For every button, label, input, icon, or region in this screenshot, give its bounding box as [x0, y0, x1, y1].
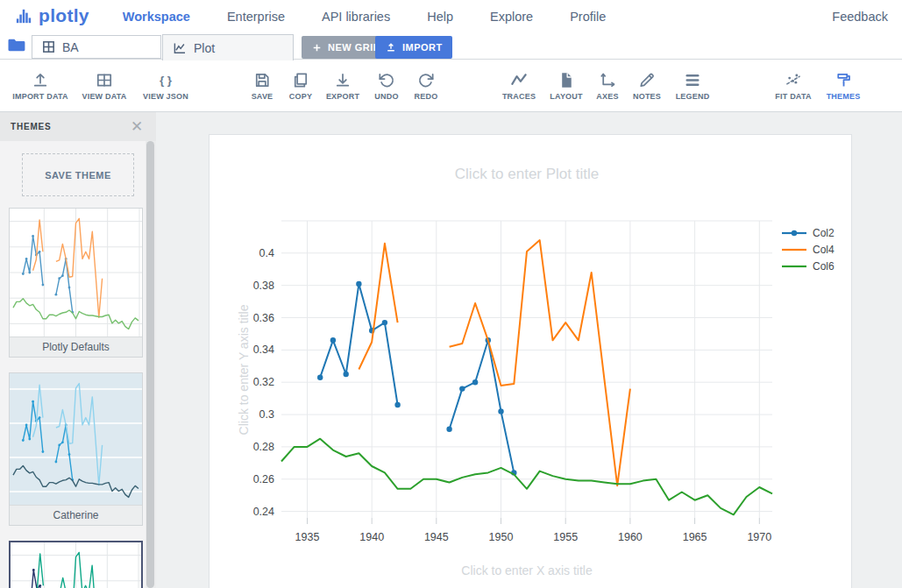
y-tick-label: 0.26 — [253, 473, 274, 485]
series-marker — [459, 386, 465, 391]
fit-data-icon — [783, 70, 804, 90]
legend: Col2Col4Col6 — [781, 224, 835, 274]
x-tick-label: 1970 — [747, 531, 771, 543]
y-tick-label: 0.28 — [253, 441, 274, 453]
toolbar-view-json-button[interactable]: { }VIEW JSON — [135, 70, 196, 101]
series-marker — [317, 375, 323, 380]
legend-item-Col4[interactable]: Col4 — [781, 241, 835, 258]
nav-item-workspace[interactable]: Workspace — [123, 10, 190, 24]
x-tick-label: 1935 — [295, 531, 320, 543]
theme-thumbnail-chart — [10, 373, 142, 505]
redo-icon — [415, 70, 437, 90]
save-theme-button[interactable]: SAVE THEME — [22, 153, 134, 196]
main-nav: WorkspaceEnterpriseAPI librariesHelpExpl… — [123, 10, 606, 24]
series-marker — [344, 372, 349, 377]
nav-item-feedback[interactable]: Feedback — [832, 10, 888, 24]
toolbar-axes-label: AXES — [596, 92, 618, 101]
series-marker — [446, 427, 451, 432]
toolbar-themes-button[interactable]: THEMES — [819, 70, 868, 101]
plotly-logo-text: plotly — [39, 5, 89, 26]
toolbar-export-button[interactable]: EXPORT — [319, 70, 366, 101]
x-axis-title-placeholder[interactable]: Click to enter X axis title — [281, 563, 772, 577]
import-button[interactable]: IMPORT — [375, 36, 452, 59]
plotly-logo-icon — [14, 6, 34, 26]
toolbar-redo-button[interactable]: REDO — [407, 70, 445, 101]
toolbar-legend-button[interactable]: LEGEND — [668, 70, 717, 101]
y-tick-label: 0.24 — [253, 506, 274, 518]
chart-card: Click to enter Plot title 19351940194519… — [209, 134, 852, 588]
toolbar-view-data-button[interactable]: VIEW DATA — [74, 70, 135, 101]
view-json-icon: { } — [155, 70, 176, 90]
toolbar-layout-label: LAYOUT — [550, 92, 582, 101]
themes-scrollbar[interactable] — [146, 141, 156, 588]
upload-icon — [385, 41, 397, 53]
toolbar-import-data-label: IMPORT DATA — [12, 92, 67, 101]
view-data-icon — [94, 70, 115, 90]
close-icon[interactable]: ✕ — [131, 119, 144, 134]
toolbar-traces-button[interactable]: TRACES — [494, 70, 543, 101]
theme-card-catherine[interactable]: Catherine — [9, 372, 143, 526]
toolbar-layout-button[interactable]: LAYOUT — [543, 70, 589, 101]
toolbar-notes-label: NOTES — [633, 92, 661, 101]
theme-name: Catherine — [10, 505, 142, 525]
toolbar-export-label: EXPORT — [326, 92, 359, 101]
import-data-icon — [30, 70, 51, 90]
nav-item-help[interactable]: Help — [427, 10, 453, 24]
toolbar-legend-label: LEGEND — [676, 92, 710, 101]
series-marker — [394, 402, 400, 407]
legend-label: Col4 — [813, 244, 835, 256]
series-marker — [330, 337, 336, 343]
tab-plot-label: Plot — [194, 41, 215, 55]
toolbar-save-button[interactable]: SAVE — [242, 70, 282, 101]
toolbar-copy-button[interactable]: COPY — [282, 70, 319, 101]
legend-label: Col2 — [813, 227, 835, 239]
y-axis-title-placeholder[interactable]: Click to enter Y axis title — [237, 305, 251, 436]
toolbar-undo-button[interactable]: UNDO — [366, 70, 407, 101]
tab-plot[interactable]: Plot — [162, 34, 294, 60]
nav-item-explore[interactable]: Explore — [490, 10, 533, 24]
scrollbar-thumb[interactable] — [146, 141, 154, 588]
legend-swatch — [781, 244, 807, 255]
toolbar-redo-label: REDO — [415, 92, 438, 101]
plotly-logo[interactable]: plotly — [14, 6, 89, 26]
themes-panel-title: THEMES — [11, 122, 51, 131]
legend-item-Col6[interactable]: Col6 — [781, 258, 835, 274]
theme-card-theme-3[interactable] — [9, 541, 143, 588]
series-Col4 — [450, 240, 630, 485]
import-label: IMPORT — [402, 42, 443, 53]
x-tick-label: 1955 — [553, 531, 578, 543]
nav-item-enterprise[interactable]: Enterprise — [227, 10, 285, 24]
toolbar-import-data-button[interactable]: IMPORT DATA — [7, 70, 74, 101]
legend-swatch — [781, 228, 807, 238]
tab-grid-ba[interactable]: BA — [32, 35, 161, 59]
themes-panel: THEMES ✕ SAVE THEME Plotly DefaultsCathe… — [0, 112, 156, 588]
x-tick-label: 1945 — [424, 531, 449, 543]
legend-label: Col6 — [813, 260, 835, 273]
nav-item-api-libraries[interactable]: API libraries — [322, 10, 390, 24]
toolbar-fit-data-button[interactable]: FIT DATA — [768, 70, 819, 101]
theme-thumbnail-chart — [11, 542, 141, 588]
theme-thumbnail-chart — [10, 209, 142, 337]
series-Col2 — [450, 340, 515, 472]
export-icon — [332, 70, 353, 90]
undo-icon — [376, 70, 397, 90]
themes-panel-header: THEMES ✕ — [0, 112, 156, 141]
series-marker — [498, 408, 503, 414]
plus-icon — [311, 42, 323, 53]
top-nav: plotly WorkspaceEnterpriseAPI librariesH… — [0, 0, 902, 32]
toolbar-axes-button[interactable]: AXES — [589, 70, 626, 101]
y-tick-label: 0.34 — [253, 344, 274, 356]
theme-card-plotly-defaults[interactable]: Plotly Defaults — [9, 208, 143, 358]
y-tick-label: 0.4 — [259, 247, 274, 259]
new-grid-label: NEW GRID — [328, 42, 380, 53]
svg-text:{ }: { } — [160, 74, 173, 87]
plot-area[interactable]: 193519401945195019551960196519700.240.26… — [210, 135, 853, 588]
toolbar-notes-button[interactable]: NOTES — [626, 70, 668, 101]
nav-item-profile[interactable]: Profile — [570, 10, 606, 24]
toolbar-view-json-label: VIEW JSON — [143, 92, 188, 101]
x-tick-label: 1960 — [618, 531, 643, 543]
toolbar-undo-label: UNDO — [374, 92, 398, 101]
legend-icon — [682, 70, 703, 90]
folder-button[interactable] — [6, 35, 31, 56]
legend-item-Col2[interactable]: Col2 — [781, 224, 835, 241]
